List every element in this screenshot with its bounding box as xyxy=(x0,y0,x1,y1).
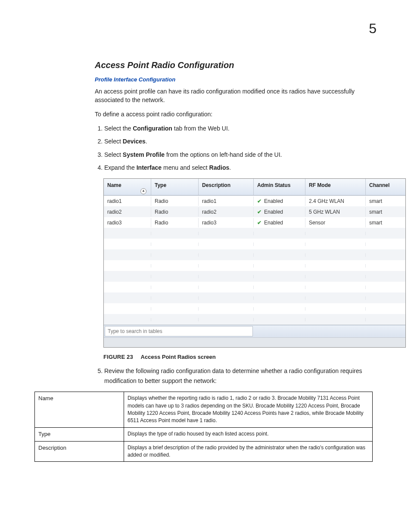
sort-asc-icon[interactable]: ▲ xyxy=(140,188,146,194)
table-row-empty xyxy=(104,282,405,292)
link-profile-interface-config[interactable]: Profile Interface Configuration xyxy=(95,76,377,83)
figure-text: Access Point Radios screen xyxy=(141,354,216,360)
cell-rf: 2.4 GHz WLAN xyxy=(305,196,366,206)
description-table: NameDisplays whether the reporting radio… xyxy=(34,392,373,462)
step-2: Select Devices. xyxy=(104,137,377,146)
table-search-input[interactable] xyxy=(105,326,253,336)
cell-name: radio2 xyxy=(104,207,151,217)
table-row-empty xyxy=(104,292,405,303)
desc-row: DescriptionDisplays a brief description … xyxy=(35,441,373,462)
col-header-name[interactable]: Name ▲ xyxy=(104,179,151,195)
col-header-rf-mode[interactable]: RF Mode xyxy=(305,179,366,195)
cell-channel: smart xyxy=(366,218,405,227)
cell-desc: radio3 xyxy=(199,218,254,227)
step-3: Select System Profile from the options o… xyxy=(104,150,377,159)
cell-type: Radio xyxy=(151,207,199,217)
section-title: Access Point Radio Configuration xyxy=(95,60,377,70)
col-header-channel[interactable]: Channel xyxy=(366,179,405,195)
cell-channel: smart xyxy=(366,207,405,217)
desc-term: Type xyxy=(35,427,124,441)
table-footer-strip xyxy=(104,337,405,347)
check-icon: ✔ xyxy=(257,198,262,204)
intro-paragraph-1: An access point profile can have its rad… xyxy=(95,87,377,105)
table-header-row: Name ▲ Type Description Admin Status RF … xyxy=(104,179,405,196)
desc-row: NameDisplays whether the reporting radio… xyxy=(35,392,373,428)
cell-type: Radio xyxy=(151,196,199,206)
table-row-empty xyxy=(104,239,405,249)
table-row[interactable]: radio3Radioradio3✔EnabledSensorsmart xyxy=(104,217,405,228)
desc-text: Displays a brief description of the radi… xyxy=(124,441,373,462)
chapter-number: 5 xyxy=(369,21,377,37)
cell-admin: ✔Enabled xyxy=(254,196,305,206)
col-header-admin-status[interactable]: Admin Status xyxy=(254,179,305,195)
table-row-empty xyxy=(104,249,405,260)
figure-label: FIGURE 23 xyxy=(103,354,133,360)
cell-admin: ✔Enabled xyxy=(254,207,305,217)
radios-table-screenshot: Name ▲ Type Description Admin Status RF … xyxy=(103,178,406,348)
desc-term: Name xyxy=(35,392,124,428)
cell-name: radio3 xyxy=(104,218,151,227)
figure-caption: FIGURE 23 Access Point Radios screen xyxy=(103,354,377,360)
cell-desc: radio1 xyxy=(199,196,254,206)
table-search-bar xyxy=(104,325,405,337)
table-row-empty xyxy=(104,314,405,325)
desc-row: TypeDisplays the type of radio housed by… xyxy=(35,427,373,441)
table-row-empty xyxy=(104,228,405,239)
table-body: radio1Radioradio1✔Enabled2.4 GHz WLANsma… xyxy=(104,196,405,325)
intro-paragraph-2: To define a access point radio configura… xyxy=(95,110,377,118)
step-4: Expand the Interface menu and select Rad… xyxy=(104,163,377,172)
col-header-description[interactable]: Description xyxy=(199,179,254,195)
table-row-empty xyxy=(104,303,405,314)
col-header-name-label: Name xyxy=(107,182,121,188)
cell-name: radio1 xyxy=(104,196,151,206)
desc-text: Displays whether the reporting radio is … xyxy=(124,392,373,428)
cell-admin: ✔Enabled xyxy=(254,218,305,227)
step-1: Select the Configuration tab from the We… xyxy=(104,124,377,133)
col-header-type[interactable]: Type xyxy=(151,179,199,195)
cell-rf: 5 GHz WLAN xyxy=(305,207,366,217)
cell-type: Radio xyxy=(151,218,199,227)
check-icon: ✔ xyxy=(257,220,262,226)
table-row[interactable]: radio2Radioradio2✔Enabled5 GHz WLANsmart xyxy=(104,206,405,217)
step-5: Review the following radio configuration… xyxy=(104,366,377,386)
table-row[interactable]: radio1Radioradio1✔Enabled2.4 GHz WLANsma… xyxy=(104,196,405,206)
table-row-empty xyxy=(104,271,405,282)
cell-channel: smart xyxy=(366,196,405,206)
cell-desc: radio2 xyxy=(199,207,254,217)
steps-list-continued: Review the following radio configuration… xyxy=(95,366,377,386)
cell-rf: Sensor xyxy=(305,218,366,227)
check-icon: ✔ xyxy=(257,209,262,215)
desc-text: Displays the type of radio housed by eac… xyxy=(124,427,373,441)
steps-list: Select the Configuration tab from the We… xyxy=(95,124,377,173)
desc-term: Description xyxy=(35,441,124,462)
table-row-empty xyxy=(104,260,405,271)
page: 5 Access Point Radio Configuration Profi… xyxy=(0,0,411,532)
